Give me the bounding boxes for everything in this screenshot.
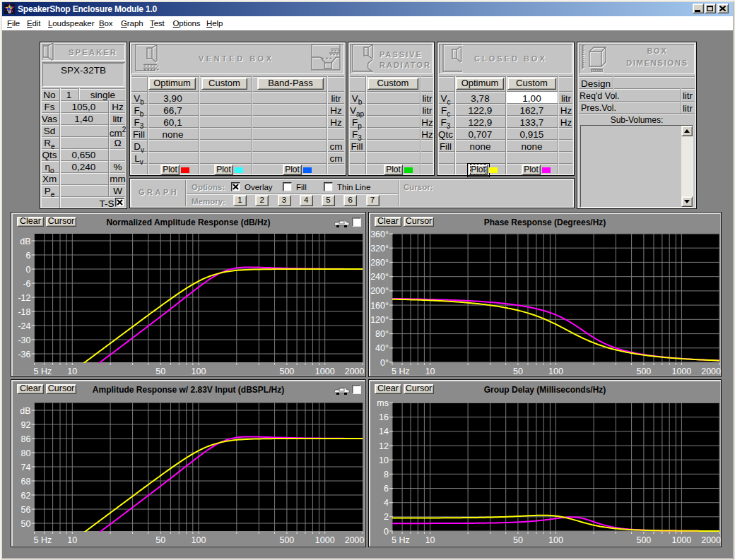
- svg-text:M: M: [8, 10, 11, 14]
- svg-text:500: 500: [279, 535, 294, 545]
- svg-text:50: 50: [155, 367, 165, 376]
- svg-text:5 Hz: 5 Hz: [392, 535, 410, 545]
- svg-text:500: 500: [279, 367, 294, 376]
- svg-text:-24: -24: [18, 321, 30, 331]
- svg-text:0°: 0°: [380, 358, 389, 368]
- svg-text:2: 2: [384, 512, 389, 522]
- svg-text:2000: 2000: [345, 367, 365, 376]
- svg-text:100: 100: [548, 367, 563, 376]
- svg-text:50: 50: [513, 367, 523, 376]
- svg-text:360°: 360°: [370, 230, 389, 239]
- svg-text:10: 10: [425, 535, 435, 545]
- svg-text:80: 80: [21, 448, 31, 458]
- svg-text:6: 6: [26, 251, 31, 261]
- svg-text:50: 50: [155, 535, 165, 545]
- svg-text:56: 56: [21, 505, 31, 515]
- svg-text:280°: 280°: [370, 258, 389, 268]
- svg-text:74: 74: [21, 463, 31, 472]
- svg-text:2000: 2000: [701, 535, 721, 545]
- svg-text:200°: 200°: [370, 286, 389, 296]
- svg-text:1000: 1000: [671, 367, 691, 376]
- svg-text:62: 62: [21, 491, 31, 501]
- svg-text:5 Hz: 5 Hz: [34, 367, 52, 376]
- svg-text:12: 12: [379, 441, 389, 451]
- svg-text:92: 92: [21, 420, 31, 430]
- svg-text:1000: 1000: [315, 367, 335, 376]
- svg-text:10: 10: [425, 367, 435, 376]
- svg-text:10: 10: [379, 455, 389, 465]
- svg-text:120°: 120°: [370, 315, 389, 325]
- svg-text:-6: -6: [23, 279, 30, 289]
- svg-text:5 Hz: 5 Hz: [34, 535, 52, 545]
- svg-text:50: 50: [513, 535, 523, 545]
- svg-text:0: 0: [384, 527, 389, 537]
- svg-text:16: 16: [379, 412, 389, 422]
- svg-text:dB: dB: [20, 406, 30, 416]
- svg-text:10: 10: [67, 535, 77, 545]
- svg-text:320°: 320°: [370, 244, 389, 254]
- svg-text:8: 8: [384, 470, 389, 479]
- svg-text:50: 50: [21, 519, 31, 529]
- svg-text:500: 500: [636, 367, 651, 376]
- svg-text:5 Hz: 5 Hz: [392, 367, 410, 376]
- svg-text:-36: -36: [18, 350, 30, 359]
- svg-text:4: 4: [384, 498, 389, 508]
- svg-text:1000: 1000: [671, 535, 691, 545]
- svg-text:dB: dB: [20, 237, 30, 246]
- svg-text:100: 100: [192, 367, 206, 376]
- svg-text:240°: 240°: [370, 272, 389, 282]
- svg-text:14: 14: [379, 427, 389, 436]
- svg-text:80°: 80°: [375, 329, 389, 339]
- svg-text:-30: -30: [18, 335, 30, 345]
- svg-text:10: 10: [67, 367, 77, 376]
- svg-text:500: 500: [636, 535, 651, 545]
- svg-text:ms: ms: [377, 398, 389, 408]
- svg-text:0: 0: [26, 265, 31, 275]
- svg-text:2000: 2000: [701, 367, 721, 376]
- svg-text:100: 100: [548, 535, 563, 545]
- svg-text:86: 86: [21, 434, 31, 444]
- svg-text:160°: 160°: [370, 301, 389, 311]
- svg-text:-12: -12: [18, 293, 30, 303]
- svg-text:68: 68: [21, 477, 31, 487]
- svg-text:1000: 1000: [315, 535, 335, 545]
- svg-text:-18: -18: [18, 307, 30, 317]
- svg-text:2000: 2000: [345, 535, 365, 545]
- svg-text:100: 100: [192, 535, 206, 545]
- svg-text:6: 6: [384, 484, 389, 494]
- svg-text:40°: 40°: [375, 343, 389, 353]
